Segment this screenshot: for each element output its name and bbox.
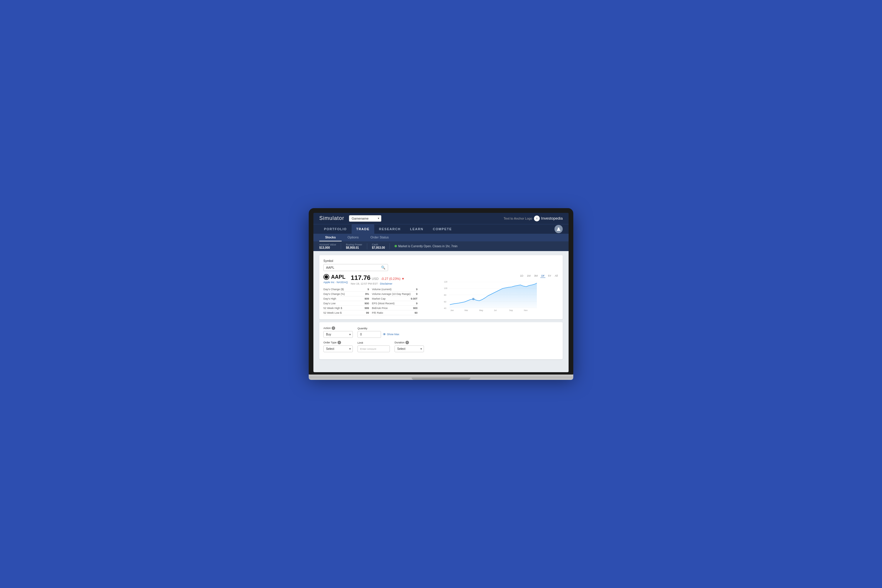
stat-row: 52 Week High $ 999	[323, 306, 369, 310]
stat-row: Bid/Ask Price 900	[372, 306, 417, 310]
chart-time-tabs: 1D 1M 3M 1Y 5Y All	[423, 274, 559, 278]
buying-power-value: $8,958.01	[346, 246, 359, 249]
svg-text:40: 40	[444, 307, 446, 309]
stat-row: Day's Low 900	[323, 302, 369, 306]
action-info-icon: i	[332, 326, 335, 330]
stock-change: -0.27 (0.23%) ▼	[381, 277, 405, 280]
stat-row: P/E Ratio 90	[372, 311, 417, 315]
symbol-search-box[interactable]: 🔍	[323, 264, 388, 271]
market-status-text: Market is Currently Open. Closes in 1hr,…	[398, 244, 458, 248]
account-bar: Account Value $13,000 Buying Power $8,95…	[314, 242, 568, 251]
nav-portfolio[interactable]: PORTFOLIO	[319, 224, 352, 234]
time-tab-1m[interactable]: 1M	[526, 274, 531, 278]
eye-icon: 👁	[383, 333, 386, 336]
order-type-info-icon: i	[338, 341, 341, 344]
stock-timestamp: Nov 19, 12:57 PM EST · Disclaimer	[351, 282, 405, 285]
duration-info-icon: i	[405, 341, 409, 344]
stock-symbol-header: AAPL	[323, 274, 348, 280]
svg-text:60: 60	[444, 301, 446, 303]
duration-group: Duration i Select Day GTC	[394, 341, 424, 352]
order-type-select-wrapper[interactable]: Select Market Limit Stop	[323, 345, 353, 352]
cash-item: Cash $7,053.00	[372, 243, 390, 249]
stock-company: Apple Inc · NASDAQ	[323, 281, 348, 284]
svg-text:Nov: Nov	[524, 309, 528, 311]
symbol-input[interactable]	[326, 266, 379, 269]
chart-area: 1D 1M 3M 1Y 5Y All 120	[423, 274, 559, 312]
limit-input[interactable]	[357, 345, 390, 352]
stat-row: Day's Change ($) 9	[323, 287, 369, 292]
quantity-input[interactable]	[357, 331, 381, 338]
investopedia-name: Investopedia	[541, 216, 563, 220]
action-select[interactable]: Buy Sell Short Cover	[323, 331, 353, 338]
stock-currency: USD	[372, 277, 378, 280]
quantity-label: Quantity	[357, 327, 399, 330]
action-label: Action i	[323, 326, 353, 330]
duration-select[interactable]: Select Day GTC	[394, 345, 424, 352]
time-tab-all[interactable]: All	[554, 274, 559, 278]
buying-power-label: Buying Power	[346, 243, 362, 246]
form-row-action-quantity: Action i Buy Sell Short Cover	[323, 326, 559, 338]
action-select-wrapper[interactable]: Buy Sell Short Cover	[323, 331, 353, 338]
sub-nav-stocks[interactable]: Stocks	[319, 234, 342, 242]
svg-text:120: 120	[444, 281, 447, 283]
show-max-label: Show Max	[387, 333, 399, 336]
stat-row: Day's High 909	[323, 297, 369, 301]
gamename-dropdown[interactable]: Gamename ▾	[349, 215, 381, 222]
svg-text:80: 80	[444, 294, 446, 296]
form-row-order: Order Type i Select Market Limit Stop	[323, 341, 559, 352]
svg-text:Sep: Sep	[509, 309, 513, 312]
laptop-screen: Simulator Gamename ▾ Text to Anchor Logo…	[314, 213, 568, 372]
main-nav: PORTFOLIO TRADE RESEARCH LEARN COMPETE	[314, 224, 568, 234]
trade-form-card: Action i Buy Sell Short Cover	[319, 322, 563, 359]
svg-text:Mar: Mar	[465, 309, 468, 311]
sub-nav-order-status[interactable]: Order Status	[364, 234, 394, 242]
quantity-input-group: 👁 Show Max	[357, 331, 399, 338]
show-max-button[interactable]: 👁 Show Max	[383, 333, 399, 336]
svg-point-17	[472, 298, 474, 300]
search-icon[interactable]: 🔍	[381, 266, 386, 270]
stock-info-row: AAPL Apple Inc · NASDAQ 117.76	[323, 274, 559, 315]
disclaimer-link[interactable]: Disclaimer	[380, 282, 392, 285]
simulator-brand: Simulator	[319, 215, 344, 221]
market-status-dot	[394, 245, 397, 247]
svg-text:100: 100	[444, 287, 447, 289]
limit-label: Limit	[357, 341, 390, 344]
time-tab-1y[interactable]: 1Y	[540, 274, 545, 278]
nav-compete[interactable]: COMPETE	[428, 224, 457, 234]
user-avatar[interactable]	[555, 225, 563, 233]
anchor-text: Text to Anchor Logo	[504, 217, 532, 220]
svg-text:Jul: Jul	[494, 309, 496, 311]
stat-row: EPS (Most Recent) 9	[372, 302, 417, 306]
stat-row: Volume Average (10 Day Range) 9	[372, 292, 417, 296]
order-type-label: Order Type i	[323, 341, 353, 344]
stock-chart: 120 100 80 60 40	[423, 280, 559, 312]
svg-text:May: May	[479, 309, 483, 312]
time-tab-1d[interactable]: 1D	[519, 274, 524, 278]
brand-right: Text to Anchor Logo i Investopedia	[504, 216, 563, 221]
market-status: Market is Currently Open. Closes in 1hr,…	[394, 244, 458, 248]
stock-price-block: 117.76 USD -0.27 (0.23%) ▼ Nov 19, 12:57…	[351, 274, 405, 285]
action-group: Action i Buy Sell Short Cover	[323, 326, 353, 338]
laptop-base	[309, 375, 573, 380]
account-value-label: Account Value	[319, 243, 336, 246]
stat-row: Day's Change (%) 9%	[323, 292, 369, 296]
order-type-group: Order Type i Select Market Limit Stop	[323, 341, 353, 352]
investopedia-logo: i Investopedia	[534, 216, 563, 221]
duration-select-wrapper[interactable]: Select Day GTC	[394, 345, 424, 352]
buying-power-item: Buying Power $8,958.01	[346, 243, 367, 249]
top-nav: Simulator Gamename ▾ Text to Anchor Logo…	[314, 213, 568, 224]
stock-logo-icon	[323, 274, 329, 280]
limit-group: Limit	[357, 341, 390, 352]
sub-nav-options[interactable]: Options	[342, 234, 364, 242]
time-tab-5y[interactable]: 5Y	[547, 274, 552, 278]
nav-research[interactable]: RESEARCH	[374, 224, 405, 234]
screen-content: Simulator Gamename ▾ Text to Anchor Logo…	[314, 213, 568, 372]
order-type-select[interactable]: Select Market Limit Stop	[323, 345, 353, 352]
quantity-group: Quantity 👁 Show Max	[357, 327, 399, 338]
account-value: $13,000	[319, 246, 330, 249]
investopedia-icon: i	[534, 216, 540, 221]
nav-learn[interactable]: LEARN	[405, 224, 428, 234]
stock-symbol: AAPL	[331, 274, 345, 280]
time-tab-3m[interactable]: 3M	[533, 274, 538, 278]
nav-trade[interactable]: TRADE	[352, 224, 374, 234]
